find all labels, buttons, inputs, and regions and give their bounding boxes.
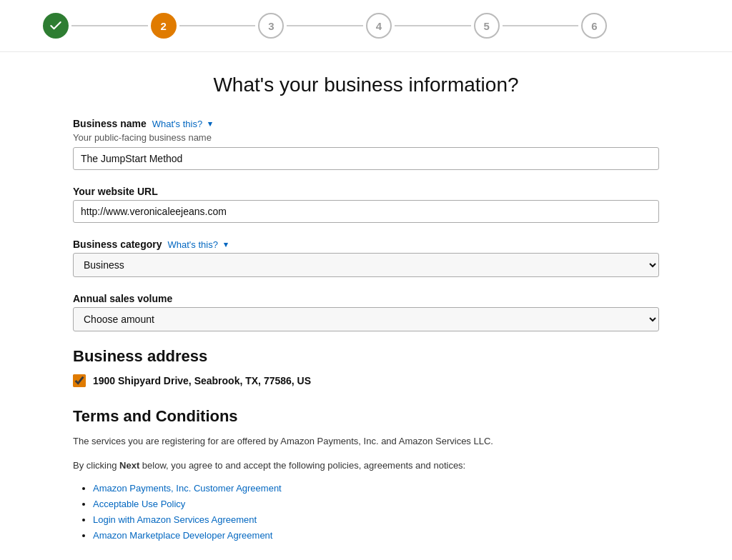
progress-step-2: 2 (151, 13, 259, 39)
step-line-2 (179, 25, 256, 26)
whats-this-arrow: ▾ (208, 119, 212, 129)
step-6-circle: 6 (581, 13, 607, 39)
business-category-label: Business category What's this? ▾ (73, 239, 659, 250)
step-line-5 (503, 25, 579, 26)
step-1-circle (43, 13, 69, 39)
website-url-input[interactable] (73, 200, 659, 223)
step-4-circle: 4 (366, 13, 392, 39)
progress-step-5: 5 (474, 13, 582, 39)
annual-sales-label: Annual sales volume (73, 293, 659, 304)
business-name-group: Business name What's this? ▾ Your public… (73, 118, 659, 170)
business-name-label: Business name What's this? ▾ (73, 118, 659, 129)
progress-step-4: 4 (366, 13, 474, 39)
business-name-input[interactable] (73, 147, 659, 170)
progress-step-3: 3 (258, 13, 366, 39)
business-category-group: Business category What's this? ▾ Busines… (73, 239, 659, 277)
address-row: 1900 Shipyard Drive, Seabrook, TX, 77586… (73, 374, 659, 387)
business-category-select[interactable]: Business Individual / Sole Proprietor No… (73, 253, 659, 277)
main-content: What's your business information? Busine… (59, 52, 673, 560)
terms-link-1[interactable]: Amazon Payments, Inc. Customer Agreement (93, 483, 282, 494)
annual-sales-select[interactable]: Choose amount $0 - $10,000 $10,001 - $50… (73, 307, 659, 331)
annual-sales-group: Annual sales volume Choose amount $0 - $… (73, 293, 659, 331)
business-name-sublabel: Your public-facing business name (73, 132, 659, 143)
terms-link-4[interactable]: Amazon Marketplace Developer Agreement (93, 530, 272, 541)
terms-heading: Terms and Conditions (73, 407, 659, 426)
address-checkbox[interactable] (73, 374, 86, 387)
list-item: Login with Amazon Services Agreement (93, 514, 659, 525)
step-line-4 (395, 25, 471, 26)
list-item: Amazon Payments, Inc. Customer Agreement (93, 482, 659, 494)
terms-body-2: By clicking Next below, you agree to and… (73, 459, 659, 473)
terms-body-1: The services you are registering for are… (73, 434, 659, 449)
step-2-circle: 2 (151, 13, 177, 39)
terms-link-3[interactable]: Login with Amazon Services Agreement (93, 514, 257, 525)
business-category-whats-this[interactable]: What's this? (168, 239, 218, 250)
business-category-arrow: ▾ (224, 240, 228, 249)
step-line-1 (71, 25, 148, 26)
progress-step-6: 6 (581, 13, 689, 39)
progress-bar: 2 3 4 5 6 (0, 0, 732, 52)
page-title: What's your business information? (73, 74, 659, 96)
website-url-group: Your website URL (73, 186, 659, 223)
terms-link-2[interactable]: Acceptable Use Policy (93, 499, 185, 509)
step-line-3 (287, 25, 363, 26)
terms-links-list: Amazon Payments, Inc. Customer Agreement… (73, 482, 659, 541)
progress-step-1 (43, 13, 151, 39)
terms-section: Terms and Conditions The services you ar… (73, 407, 659, 541)
business-address-section: Business address 1900 Shipyard Drive, Se… (73, 347, 659, 387)
step-3-circle: 3 (258, 13, 284, 39)
list-item: Acceptable Use Policy (93, 498, 659, 509)
list-item: Amazon Marketplace Developer Agreement (93, 529, 659, 541)
business-address-heading: Business address (73, 347, 659, 366)
step-5-circle: 5 (474, 13, 500, 39)
address-text: 1900 Shipyard Drive, Seabrook, TX, 77586… (93, 375, 311, 386)
website-url-label: Your website URL (73, 186, 659, 197)
business-name-whats-this[interactable]: What's this? (152, 119, 202, 129)
